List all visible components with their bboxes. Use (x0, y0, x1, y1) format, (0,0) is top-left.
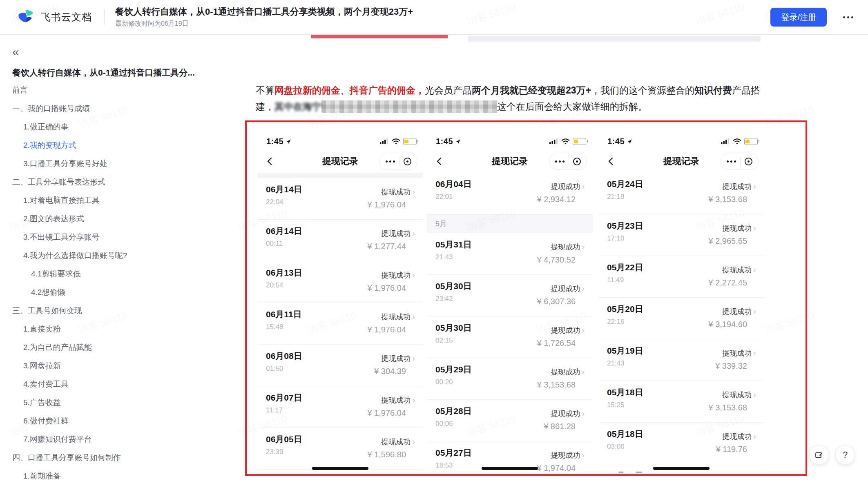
record-time: 23:42 (435, 295, 453, 303)
chevron-right-icon: › (582, 450, 585, 459)
record-date: 05月31日 (435, 239, 472, 250)
record-date: 05月24日 (607, 178, 643, 190)
miniprogram-capsule (549, 153, 587, 170)
toc-item[interactable]: 1.对着电脑直接拍工具 (0, 191, 237, 209)
battery-icon (573, 138, 586, 145)
record-amount: ¥ 3,153.68 (708, 195, 747, 204)
toc-item[interactable]: 前言 (0, 81, 237, 99)
toc-item[interactable]: 3.网盘拉新 (0, 356, 237, 375)
paragraph-segment: 抖音广告的佣金， (350, 85, 425, 96)
toc-item[interactable]: 1.前期准备 (0, 467, 237, 485)
record-amount: ¥ 1,976.04 (367, 283, 406, 293)
record-status: 提现成功› (381, 187, 415, 197)
record-status: 提现成功› (722, 223, 756, 233)
withdrawal-record-row: 05月31日21:43提现成功›¥ 4,730.52 (427, 233, 593, 275)
toc-item[interactable]: 4.1剪辑要求低 (0, 265, 237, 283)
toc-item[interactable]: 一、我的口播账号成绩 (0, 99, 237, 118)
nav-gray-strip (257, 173, 423, 178)
record-amount: ¥ 2,934.12 (537, 195, 576, 204)
more-menu-button[interactable] (842, 12, 854, 22)
month-section-header: 5月 (427, 214, 593, 233)
status-time: 1:45 (607, 137, 633, 146)
toc-item[interactable]: 三、工具号如何变现 (0, 301, 237, 320)
paragraph-segment: 不算 (256, 85, 274, 96)
battery-icon (744, 138, 758, 145)
toc-item[interactable]: 3.口播工具分享账号好处 (0, 154, 237, 173)
toc-item[interactable]: 6.做付费社群 (0, 412, 237, 430)
toc-item[interactable]: 2.为自己的产品赋能 (0, 338, 237, 356)
record-amount: ¥ 1,277.44 (367, 242, 406, 251)
record-date: 05月27日 (435, 447, 472, 459)
withdrawal-record-row: 05月24日21:19提现成功›¥ 3,153.68 (598, 173, 764, 214)
capsule-close-icon (573, 158, 581, 165)
record-status: 提现成功› (722, 432, 756, 441)
document-title: 餐饮人转行自媒体，从0-1通过抖音口播工具分享类视频，两个月变现23万+ (115, 6, 413, 18)
withdrawal-screenshots-image[interactable]: 1:45提现记录06月14日22:04提现成功›¥ 1,976.0406月14日… (245, 120, 807, 476)
record-time: 00:20 (435, 378, 453, 386)
toc-item[interactable]: 1.做正确的事 (0, 118, 237, 136)
status-bar: 1:45 (257, 133, 423, 150)
toc-item[interactable]: 二、工具分享账号表达形式 (0, 173, 237, 191)
cellular-signal-icon (549, 138, 558, 145)
record-time: 15:48 (266, 323, 283, 331)
record-status: 提现成功› (551, 284, 585, 294)
home-indicator (482, 467, 538, 470)
record-time: 21:43 (607, 359, 625, 368)
toc-item[interactable]: 7.网赚知识付费平台 (0, 430, 237, 448)
location-arrow-icon (455, 138, 461, 145)
toc-item[interactable]: 1.直接卖粉 (0, 320, 237, 338)
paragraph-segment: 网盘拉新的佣金 (274, 85, 340, 96)
toc-item[interactable]: 四、口播工具分享账号如何制作 (0, 448, 237, 467)
record-status: 提现成功› (381, 437, 415, 447)
record-status: 提现成功› (551, 242, 585, 252)
toc-item[interactable]: 4.卖付费工具 (0, 375, 237, 393)
toc-item[interactable]: 5.广告收益 (0, 393, 237, 412)
paragraph-segment: ，我们的这个资源整合的 (591, 85, 694, 96)
record-status: 提现成功› (381, 270, 415, 280)
chevron-right-icon: › (753, 265, 756, 274)
record-amount: ¥ 1,976.04 (367, 325, 406, 334)
annotate-button[interactable] (809, 445, 829, 465)
login-register-button[interactable]: 登录/注册 (770, 8, 827, 27)
chevron-right-icon: › (412, 437, 415, 446)
toc-item[interactable]: 4.2想偷懒 (0, 283, 237, 301)
intro-paragraph: 不算网盘拉新的佣金、抖音广告的佣金，光会员产品两个月我就已经变现超23万+，我们… (256, 82, 766, 115)
record-time: 11:17 (266, 406, 283, 414)
toc-item[interactable]: 2.图文的表达形式 (0, 209, 237, 228)
toc-item[interactable]: 2.我的变现方式 (0, 136, 237, 154)
capsule-close-icon (745, 158, 752, 165)
record-amount: ¥ 1,976.04 (367, 408, 406, 418)
content-top-red-bar (311, 35, 448, 38)
record-date: 06月14日 (266, 184, 302, 195)
withdrawal-record-row: 06月14日22:04提现成功›¥ 1,976.04 (257, 178, 423, 220)
record-status: 提现成功› (381, 354, 415, 363)
cellular-signal-icon (380, 138, 389, 145)
app-header: 飞书云文档 餐饮人转行自媒体，从0-1通过抖音口播工具分享类视频，两个月变现23… (0, 0, 868, 35)
record-status: 提现成功› (381, 395, 415, 405)
record-amount: ¥ 2,272.45 (708, 278, 747, 287)
sidebar: « 餐饮人转行自媒体，从0-1通过抖音口播工具分... 前言一、我的口播账号成绩… (0, 34, 237, 490)
toc-item[interactable]: 4.我为什么选择做口播账号呢? (0, 246, 237, 265)
feishu-logo-icon (16, 8, 35, 27)
chevron-right-icon: › (412, 229, 415, 238)
capsule-more-icon (386, 160, 395, 163)
app-name: 飞书云文档 (41, 11, 92, 24)
collapse-sidebar-button[interactable]: « (12, 46, 29, 58)
paragraph-segment: 知识付费 (694, 85, 732, 96)
record-date: 05月28日 (435, 405, 472, 417)
record-time: 00:11 (266, 240, 283, 248)
record-amount: ¥ 3,194.60 (708, 320, 747, 329)
nav-bar: 提现记录 (598, 150, 764, 173)
record-amount: ¥ 119.76 (716, 445, 747, 454)
nav-bar: 提现记录 (427, 150, 593, 173)
paragraph-segment: 光会员产品 (425, 85, 472, 96)
chevron-right-icon: › (412, 312, 415, 321)
withdrawal-record-row: 06月07日11:17提现成功›¥ 1,976.04 (257, 386, 423, 428)
record-status: 提现成功› (551, 325, 585, 335)
help-button[interactable]: ? (835, 445, 855, 465)
chevron-right-icon: › (582, 284, 585, 293)
toc-item[interactable]: 3.不出镜工具分享账号 (0, 228, 237, 246)
withdrawal-record-row: 05月20日22:16提现成功›¥ 3,194.60 (598, 298, 764, 339)
document-last-modified: 最新修改时间为06月19日 (115, 20, 413, 28)
withdrawal-record-row: 05月30日02:15提现成功›¥ 1,726.54 (427, 316, 593, 358)
